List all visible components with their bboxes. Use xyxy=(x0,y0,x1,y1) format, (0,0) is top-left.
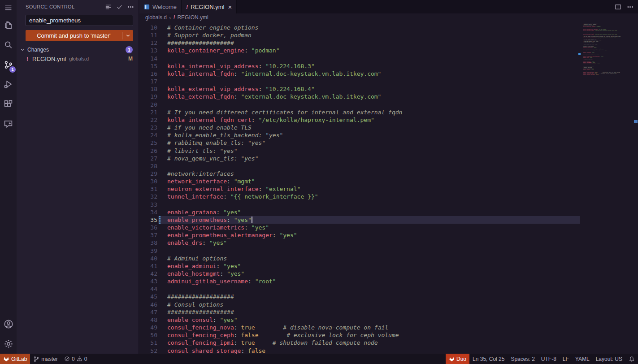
notifications-bell-icon[interactable] xyxy=(625,354,638,364)
line-number: 20 xyxy=(139,101,157,108)
eol-setting[interactable]: LF xyxy=(560,354,572,364)
cursor-position[interactable]: Ln 35, Col 25 xyxy=(469,354,508,364)
editor-more-actions-icon[interactable] xyxy=(627,4,634,10)
gutter xyxy=(157,139,167,147)
code-line-48[interactable]: 48enable_consul: "yes" xyxy=(139,316,638,324)
view-as-tree-icon[interactable] xyxy=(105,4,112,10)
code-editor[interactable]: 10# Container engine options11# Support … xyxy=(139,22,638,354)
code-line-39[interactable]: 39 xyxy=(139,247,638,255)
settings-gear-icon[interactable] xyxy=(0,334,17,354)
gutter xyxy=(157,108,167,116)
code-line-44[interactable]: 44 xyxy=(139,285,638,293)
code-line-19[interactable]: 19kolla_external_fqdn: "external.doc-key… xyxy=(139,93,638,100)
duo-status-button[interactable]: Duo xyxy=(446,354,469,364)
encoding-setting[interactable]: UTF-8 xyxy=(538,354,560,364)
account-icon[interactable] xyxy=(0,314,17,334)
keyboard-layout[interactable]: Layout: US xyxy=(593,354,625,364)
code-line-20[interactable]: 20 xyxy=(139,101,638,108)
duo-chat-icon[interactable] xyxy=(0,114,17,134)
code-line-47[interactable]: 47################### xyxy=(139,308,638,316)
code-line-49[interactable]: 49consul_fencing_nova: true # disable no… xyxy=(139,324,638,331)
code-line-40[interactable]: 40# Adminui options xyxy=(139,255,638,262)
code-line-21[interactable]: 21# If you need different certificates f… xyxy=(139,108,638,116)
menu-icon[interactable] xyxy=(0,0,17,15)
code-line-30[interactable]: 30network_interface: "mgmt" xyxy=(139,178,638,185)
code-line-36[interactable]: 36enable_victoriametrics: "yes" xyxy=(139,224,638,231)
code-line-38[interactable]: 38enable_drs: "yes" xyxy=(139,239,638,247)
activity-bar: 1 xyxy=(0,0,17,354)
problems-indicator[interactable]: 0 0 xyxy=(61,354,90,364)
gutter xyxy=(157,124,167,131)
code-line-14[interactable]: 14 xyxy=(139,55,638,62)
welcome-icon xyxy=(144,4,150,10)
code-line-29[interactable]: 29#network:interfaces xyxy=(139,170,638,178)
code-line-45[interactable]: 45################### xyxy=(139,293,638,300)
explorer-icon[interactable] xyxy=(0,15,17,35)
code-line-18[interactable]: 18kolla_external_vip_address: "10.224.16… xyxy=(139,85,638,93)
code-line-27[interactable]: 27# nova_qemu_vnc_tls: "yes" xyxy=(139,155,638,162)
breadcrumb-file[interactable]: REGION.yml xyxy=(177,14,208,21)
commit-check-icon[interactable] xyxy=(116,4,123,10)
code-line-24[interactable]: 24# kolla_enable_tls_backend: "yes" xyxy=(139,131,638,139)
code-line-12[interactable]: 12################### xyxy=(139,39,638,47)
code-line-28[interactable]: 28 xyxy=(139,162,638,170)
line-number: 47 xyxy=(139,308,157,316)
line-number: 19 xyxy=(139,93,157,100)
changed-file-row[interactable]: ! REGION.yml globals.d M xyxy=(17,54,139,63)
minimap-content: # Container engine options# Support dock… xyxy=(583,22,633,75)
line-number: 37 xyxy=(139,231,157,239)
code-line-50[interactable]: 50consul_fencing_ceph: false # exclusive… xyxy=(139,331,638,339)
code-line-15[interactable]: 15kolla_internal_vip_address: "10.224.16… xyxy=(139,62,638,70)
tab-welcome[interactable]: Welcome xyxy=(139,0,182,13)
code-line-23[interactable]: 23# if you need enable TLS xyxy=(139,124,638,131)
indentation-setting[interactable]: Spaces: 2 xyxy=(508,354,538,364)
gutter xyxy=(157,24,167,31)
code-line-37[interactable]: 37enable_prometheus_alertmanager: "yes" xyxy=(139,231,638,239)
commit-message-input[interactable] xyxy=(26,15,133,26)
more-actions-icon[interactable] xyxy=(127,4,134,10)
code-line-42[interactable]: 42enable_hostmgmt: "yes" xyxy=(139,270,638,277)
commit-options-chevron-icon[interactable] xyxy=(122,33,133,39)
breadcrumb-folder[interactable]: globals.d xyxy=(145,14,167,21)
code-line-34[interactable]: 34enable_grafana: "yes" xyxy=(139,208,638,216)
code-line-13[interactable]: 13kolla_container_engine: "podman" xyxy=(139,47,638,54)
line-number: 24 xyxy=(139,131,157,139)
source-control-icon[interactable]: 1 xyxy=(0,55,17,74)
run-debug-icon[interactable] xyxy=(0,74,17,94)
code-line-43[interactable]: 43adminui_gitlab_username: "root" xyxy=(139,277,638,285)
commit-and-push-button[interactable]: Commit and push to 'master' xyxy=(26,30,133,41)
code-line-41[interactable]: 41enable_adminui: "yes" xyxy=(139,262,638,270)
split-editor-icon[interactable] xyxy=(615,4,621,10)
code-line-31[interactable]: 31neutron_external_interface: "external" xyxy=(139,185,638,193)
gutter xyxy=(157,85,167,93)
line-number: 27 xyxy=(139,155,157,162)
minimap[interactable]: # Container engine options# Support dock… xyxy=(583,22,633,354)
tab-close-icon[interactable]: × xyxy=(228,4,232,10)
search-icon[interactable] xyxy=(0,35,17,55)
code-line-46[interactable]: 46# Consul options xyxy=(139,301,638,308)
code-line-10[interactable]: 10# Container engine options xyxy=(139,24,638,31)
code-line-32[interactable]: 32tunnel_interface: "{{ network_interfac… xyxy=(139,193,638,200)
branch-name: master xyxy=(41,356,58,362)
gitlab-status-button[interactable]: GitLab xyxy=(0,354,30,364)
code-line-51[interactable]: 51consul_fencing_ipmi: true # shutdown f… xyxy=(139,339,638,347)
errors-icon xyxy=(64,356,70,362)
code-line-52[interactable]: 52consul_shared_storage: false xyxy=(139,347,638,354)
language-mode[interactable]: YAML xyxy=(572,354,593,364)
code-line-16[interactable]: 16kolla_internal_fqdn: "internal.doc-key… xyxy=(139,70,638,78)
gutter xyxy=(157,255,167,262)
code-line-22[interactable]: 22kolla_internal_fqdn_cert: "/etc/kolla/… xyxy=(139,116,638,124)
breadcrumb[interactable]: globals.d › ! REGION.yml xyxy=(139,13,638,22)
changes-section-header[interactable]: Changes 1 xyxy=(17,45,139,54)
code-line-33[interactable]: 33 xyxy=(139,201,638,208)
code-line-35[interactable]: 35enable_prometheus: "yes" xyxy=(139,216,638,224)
extensions-icon[interactable] xyxy=(0,94,17,114)
tab-region-yml[interactable]: ! REGION.yml × xyxy=(182,0,237,13)
branch-indicator[interactable]: master xyxy=(30,354,61,364)
code-line-25[interactable]: 25# rabbitmq_enable_tls: "yes" xyxy=(139,139,638,147)
line-number: 35 xyxy=(139,216,157,224)
tab-label: REGION.yml xyxy=(191,4,224,10)
code-line-17[interactable]: 17 xyxy=(139,78,638,85)
code-line-26[interactable]: 26# libvirt_tls: "yes" xyxy=(139,147,638,155)
code-line-11[interactable]: 11# Support docker, podman xyxy=(139,31,638,39)
